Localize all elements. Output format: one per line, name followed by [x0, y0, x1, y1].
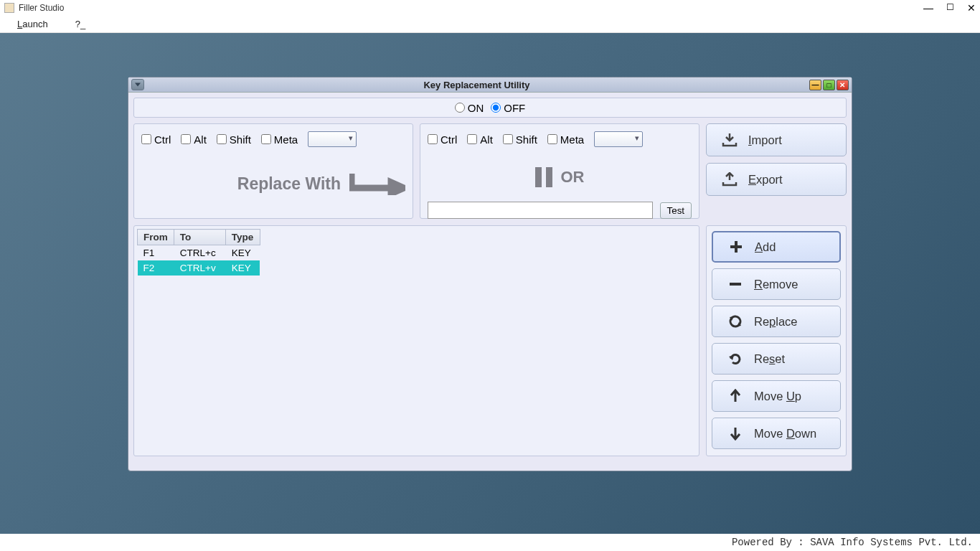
menu-help[interactable]: ?_ — [75, 19, 85, 29]
plus-icon — [727, 240, 745, 254]
export-button[interactable]: Export — [706, 163, 847, 196]
minimize-icon[interactable]: — — [923, 2, 933, 14]
test-button[interactable]: Test — [660, 202, 692, 219]
test-input[interactable] — [428, 202, 653, 219]
key-replacement-dialog: Key Replacement Utility — □ ✕ ON OFF Ctr… — [128, 77, 852, 471]
close-icon[interactable]: ✕ — [967, 2, 976, 14]
from-meta-checkbox[interactable]: Meta — [261, 133, 298, 146]
replace-with-label: Replace With — [237, 174, 341, 194]
add-button[interactable]: Add — [712, 231, 841, 263]
arrow-up-icon — [727, 389, 744, 403]
minus-icon — [727, 277, 744, 291]
system-menu-icon[interactable] — [131, 79, 144, 90]
desktop-area: Key Replacement Utility — □ ✕ ON OFF Ctr… — [0, 33, 980, 534]
from-shift-checkbox[interactable]: Shift — [217, 133, 251, 146]
to-meta-checkbox[interactable]: Meta — [547, 133, 584, 146]
table-row[interactable]: F1 CTRL+c KEY — [138, 245, 260, 261]
mapping-table-panel: From To Type F1 CTRL+c KEY F2 CTRL+v — [133, 225, 699, 456]
dialog-minimize-icon[interactable]: — — [809, 80, 821, 90]
menu-launch[interactable]: Launch — [17, 19, 48, 29]
reset-button[interactable]: Reset — [712, 343, 841, 375]
undo-icon — [727, 352, 744, 366]
app-titlebar: Filler Studio — ☐ ✕ — [0, 0, 980, 16]
from-ctrl-checkbox[interactable]: Ctrl — [141, 133, 171, 146]
remove-button[interactable]: Remove — [712, 268, 841, 300]
to-panel: Ctrl Alt Shift Meta OR Test — [420, 123, 699, 219]
dialog-maximize-icon[interactable]: □ — [823, 80, 835, 90]
col-type[interactable]: Type — [225, 230, 260, 245]
replace-button[interactable]: Replace — [712, 306, 841, 337]
arrow-right-icon — [349, 172, 405, 195]
move-down-button[interactable]: Move Down — [712, 418, 841, 449]
pause-icon — [535, 167, 552, 187]
arrow-down-icon — [727, 426, 744, 441]
upload-icon — [721, 172, 738, 187]
to-shift-checkbox[interactable]: Shift — [503, 133, 537, 146]
mapping-table: From To Type F1 CTRL+c KEY F2 CTRL+v — [137, 229, 260, 276]
dialog-close-icon[interactable]: ✕ — [837, 80, 849, 90]
radio-on[interactable]: ON — [455, 102, 484, 114]
dialog-titlebar: Key Replacement Utility — □ ✕ — [128, 77, 852, 93]
on-off-panel: ON OFF — [133, 98, 847, 118]
to-alt-checkbox[interactable]: Alt — [467, 133, 493, 146]
table-row[interactable]: F2 CTRL+v KEY — [138, 260, 260, 276]
from-panel: Ctrl Alt Shift Meta Replace With — [133, 123, 413, 219]
import-button[interactable]: Import — [706, 123, 847, 156]
radio-off[interactable]: OFF — [491, 102, 525, 114]
from-alt-checkbox[interactable]: Alt — [181, 133, 207, 146]
download-icon — [721, 133, 738, 147]
maximize-icon[interactable]: ☐ — [946, 2, 954, 14]
app-title: Filler Studio — [19, 3, 64, 13]
refresh-icon — [727, 314, 744, 329]
menubar: Launch ?_ — [0, 16, 980, 33]
app-icon — [4, 3, 14, 13]
status-bar: Powered By : SAVA Info Systems Pvt. Ltd. — [0, 534, 980, 551]
move-up-button[interactable]: Move Up — [712, 380, 841, 412]
dialog-title: Key Replacement Utility — [423, 80, 529, 90]
col-to[interactable]: To — [174, 230, 225, 245]
col-from[interactable]: From — [138, 230, 174, 245]
from-key-select[interactable] — [308, 131, 357, 147]
to-ctrl-checkbox[interactable]: Ctrl — [428, 133, 457, 146]
powered-by-label: Powered By : SAVA Info Systems Pvt. Ltd. — [732, 537, 973, 548]
to-key-select[interactable] — [594, 131, 643, 147]
or-label: OR — [561, 168, 585, 187]
